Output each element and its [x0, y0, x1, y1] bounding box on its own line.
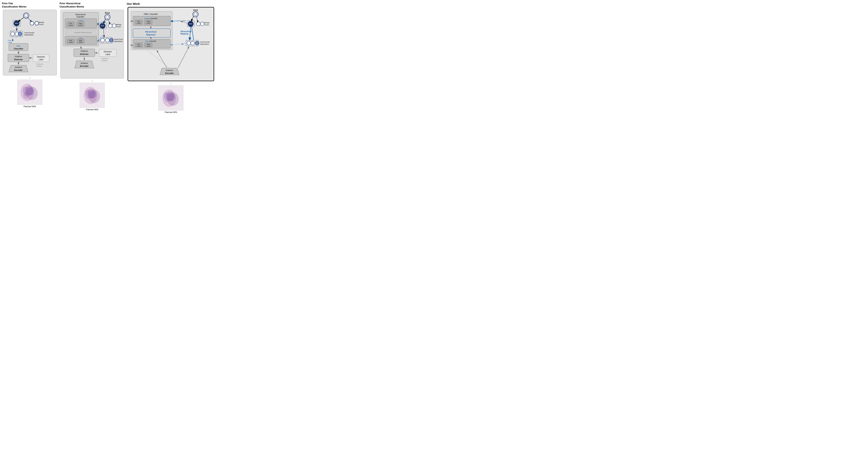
col3-wsi-label: Patched WSI: [158, 111, 183, 113]
svg-text:Hierarchical: Hierarchical: [146, 31, 156, 33]
col1-up-arrow: ↑: [17, 76, 42, 79]
svg-point-211: [187, 41, 191, 45]
svg-text:Usual Ductal: Usual Ductal: [200, 41, 210, 43]
svg-text:Module: Module: [36, 65, 42, 67]
svg-text:Instance: Instance: [15, 66, 22, 68]
col2-wsi-area: ↑: [80, 79, 105, 111]
col3-wsi-image: [158, 86, 183, 111]
svg-text:Encoder: Encoder: [80, 65, 89, 67]
svg-text:Module: Module: [102, 60, 107, 62]
svg-text:Root: Root: [105, 12, 110, 14]
svg-text:Hyperplasia: Hyperplasia: [24, 34, 33, 36]
svg-text:Instance: Instance: [81, 50, 88, 52]
column-3: Our Work: [127, 2, 215, 113]
col3-wsi-svg: [159, 86, 183, 111]
svg-rect-32: [33, 55, 49, 62]
col2-panel: Hierarchical Classifier Coarse Classifie…: [60, 10, 124, 79]
svg-text:Bag: Bag: [147, 43, 150, 45]
svg-text:Level: Level: [69, 41, 73, 43]
svg-line-224: [192, 27, 193, 40]
svg-text:Alignment: Alignment: [146, 34, 156, 36]
svg-text:Level: Level: [137, 22, 141, 24]
svg-text:Instance: Instance: [81, 62, 88, 64]
svg-text:···: ···: [106, 37, 108, 39]
svg-point-14: [11, 32, 14, 36]
col1-title: Prior FlatClassification Works: [2, 2, 27, 8]
svg-text:Bag: Bag: [147, 21, 150, 22]
svg-point-16: [18, 32, 22, 36]
svg-text:Encoder: Encoder: [165, 72, 174, 74]
svg-line-207: [196, 17, 198, 22]
svg-line-7: [18, 17, 24, 22]
col2-diagram-svg: Hierarchical Classifier Coarse Classifie…: [62, 11, 123, 77]
col3-wsi-area: ↑: [158, 82, 183, 113]
svg-text:Optional: Optional: [36, 63, 43, 65]
svg-point-116: [109, 38, 113, 42]
svg-text:Usual Ductal: Usual Ductal: [114, 38, 123, 40]
col3-diagram-svg: HMIL Classifier Coarse Classifier Inst. …: [130, 9, 213, 79]
svg-line-128: [81, 46, 82, 49]
col3-title: Our Work: [127, 2, 140, 6]
svg-point-1: [25, 14, 28, 17]
svg-point-213: [195, 41, 199, 45]
col1-wsi-image: [17, 80, 42, 105]
svg-text:Fine: Fine: [17, 45, 21, 47]
svg-text:Level: Level: [69, 25, 73, 26]
svg-text:Level: Level: [147, 45, 150, 47]
svg-text:Optional: Optional: [102, 58, 108, 59]
svg-text:Inst.: Inst.: [69, 40, 72, 41]
svg-text:Level: Level: [79, 25, 82, 26]
col3-title-bold: Our Work: [127, 2, 140, 5]
svg-text:Level: Level: [79, 41, 82, 43]
svg-point-195: [194, 13, 197, 16]
svg-text:Classifier: Classifier: [14, 48, 23, 50]
svg-text:Feature Enhancement: Feature Enhancement: [74, 32, 92, 33]
svg-text:Inst.: Inst.: [137, 43, 140, 45]
svg-text:Detector: Detector: [14, 58, 23, 61]
svg-point-199: [190, 24, 191, 24]
svg-text:Coarse Label: Coarse Label: [175, 20, 186, 22]
svg-text:Label: Label: [101, 37, 105, 39]
svg-text:Benign: Benign: [204, 22, 210, 24]
svg-point-98: [106, 15, 109, 19]
svg-point-200: [191, 24, 192, 24]
svg-text:Instance: Instance: [15, 56, 22, 58]
svg-rect-29: [8, 54, 29, 62]
column-2: Prior HierarchicalClassification Works: [59, 2, 125, 111]
svg-text:Tumor: Tumor: [204, 24, 209, 26]
svg-line-110: [108, 20, 110, 24]
svg-point-105: [112, 24, 116, 28]
svg-text:Coarse: Coarse: [78, 20, 84, 22]
svg-text:···: ···: [16, 31, 17, 33]
svg-point-4: [15, 23, 16, 24]
svg-text:Label: Label: [39, 59, 43, 61]
svg-text:Coarse Classifier: Coarse Classifier: [144, 18, 158, 20]
col2-wsi-label: Patched WSI: [80, 108, 105, 111]
svg-text:Detection: Detection: [37, 56, 45, 58]
svg-text:Bag: Bag: [79, 23, 82, 24]
svg-text:Level: Level: [147, 22, 150, 24]
svg-line-223: [190, 27, 191, 40]
svg-text:Label: Label: [101, 23, 105, 25]
svg-text:Inst.: Inst.: [69, 23, 72, 24]
svg-text:Inst.: Inst.: [137, 21, 140, 22]
svg-point-8: [30, 21, 34, 25]
svg-text:Detection: Detection: [104, 51, 112, 53]
svg-text:Hierarchical: Hierarchical: [181, 30, 191, 33]
svg-text:Classifier: Classifier: [76, 16, 85, 18]
svg-point-101: [101, 25, 102, 26]
col2-up-arrow: ↑: [80, 79, 105, 82]
svg-point-202: [200, 22, 204, 26]
col1-diagram-svg: Root Benign Tumor: [5, 12, 55, 73]
svg-text:Bag: Bag: [79, 40, 82, 41]
svg-point-201: [196, 22, 200, 26]
svg-text:Tumor: Tumor: [39, 24, 44, 25]
svg-text:Benign: Benign: [116, 24, 121, 26]
svg-line-232: [178, 47, 189, 68]
svg-text:Fine Classifier: Fine Classifier: [146, 40, 156, 42]
col1-panel: Root Benign Tumor: [3, 10, 57, 75]
svg-point-102: [102, 25, 103, 26]
col3-up-arrow: ↑: [158, 82, 183, 85]
svg-text:Tumor: Tumor: [116, 26, 121, 28]
svg-text:Benign: Benign: [39, 21, 44, 23]
